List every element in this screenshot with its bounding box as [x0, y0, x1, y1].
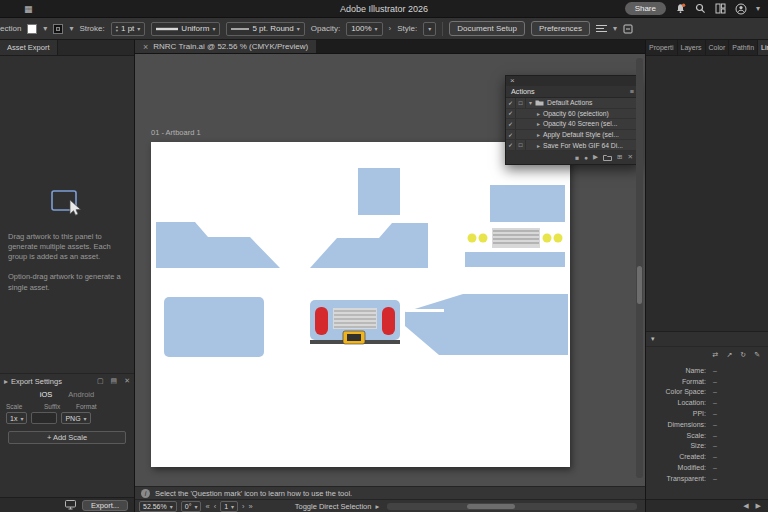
action-label[interactable]: Opacity 40 Screen (sel... — [543, 120, 617, 127]
tab-color[interactable]: Color — [706, 40, 730, 55]
action-set-label[interactable]: Default Actions — [547, 99, 592, 106]
artwork-headlight[interactable] — [468, 234, 477, 243]
links-list[interactable] — [646, 56, 768, 332]
link-info-toggle[interactable]: ▾ — [646, 332, 768, 347]
search-icon[interactable] — [695, 3, 706, 14]
workspace-switcher-icon[interactable] — [715, 3, 726, 14]
begin-recording-icon[interactable]: ● — [584, 154, 588, 161]
vertical-scrollbar[interactable] — [636, 58, 643, 478]
status-tool-label[interactable]: Toggle Direct Selection — [295, 502, 372, 511]
width-profile-select[interactable]: Uniform ▾ — [151, 22, 220, 36]
opacity-select[interactable]: 100% ▾ — [346, 22, 382, 36]
previous-artboard-icon[interactable]: ‹ — [214, 502, 217, 511]
expand-action-chevron-icon[interactable]: ▸ — [534, 131, 543, 138]
new-action-icon[interactable]: ⊞ — [617, 153, 622, 161]
account-chevron-icon[interactable]: ▾ — [756, 4, 760, 13]
notifications-bell-icon[interactable] — [675, 3, 686, 14]
previous-link-icon[interactable]: ◀ — [743, 502, 748, 510]
stroke-weight-input[interactable]: ▴▾ 1 pt ▾ — [111, 22, 146, 36]
brush-definition-select[interactable]: 5 pt. Round ▾ — [226, 22, 304, 36]
action-row[interactable]: ✓ ▸ Opacity 40 Screen (sel... — [506, 119, 639, 130]
artboard-label[interactable]: 01 - Artboard 1 — [151, 128, 201, 137]
last-artboard-icon[interactable]: » — [249, 502, 253, 511]
expand-action-chevron-icon[interactable]: ▸ — [534, 110, 543, 117]
artboard-number-select[interactable]: 1▾ — [220, 501, 238, 512]
action-set-row[interactable]: ✓ □ ▾ Default Actions — [506, 98, 639, 109]
link-info-chevron-icon[interactable]: ▾ — [651, 335, 655, 343]
artwork-marker-light-left[interactable] — [315, 307, 328, 335]
action-label[interactable]: Apply Default Style (sel... — [543, 131, 619, 138]
artwork-roof-panel[interactable] — [164, 297, 264, 357]
stroke-color-swatch[interactable] — [53, 24, 63, 34]
horizontal-scrollbar-thumb[interactable] — [467, 504, 514, 509]
expand-action-chevron-icon[interactable]: ▸ — [534, 120, 543, 127]
zoom-select[interactable]: 52.56%▾ — [139, 501, 177, 512]
actions-panel-title[interactable]: Actions — [511, 87, 535, 96]
align-chevron-icon[interactable]: ▾ — [613, 24, 617, 33]
action-enabled-check-icon[interactable]: ✓ — [506, 119, 516, 129]
next-artboard-icon[interactable]: › — [242, 502, 245, 511]
delete-asset-icon[interactable]: ✕ — [124, 377, 130, 385]
app-home-icon[interactable]: ▦ — [24, 4, 33, 14]
action-dialog-toggle-icon[interactable]: □ — [516, 98, 526, 108]
tab-layers[interactable]: Layers — [678, 40, 706, 55]
artwork[interactable] — [151, 142, 570, 467]
horizontal-scrollbar[interactable] — [387, 503, 637, 510]
share-button[interactable]: Share — [625, 2, 666, 15]
rotation-select[interactable]: 0°▾ — [181, 501, 202, 512]
relink-icon[interactable]: ⇄ — [713, 351, 719, 359]
actions-close-icon[interactable]: × — [510, 77, 515, 85]
asset-export-tab[interactable]: Asset Export — [0, 40, 58, 55]
update-link-icon[interactable]: ↻ — [740, 351, 746, 359]
export-button[interactable]: Export... — [82, 500, 128, 511]
artwork-headlight[interactable] — [543, 234, 552, 243]
action-enabled-check-icon[interactable]: ✓ — [506, 140, 516, 150]
add-scale-button[interactable]: + Add Scale — [8, 431, 126, 444]
expand-set-chevron-icon[interactable]: ▾ — [526, 99, 535, 106]
next-link-icon[interactable]: ▶ — [756, 502, 761, 510]
opacity-panel-chevron-icon[interactable]: › — [389, 24, 392, 33]
actions-panel-menu-icon[interactable]: ≡ — [630, 87, 634, 96]
artwork-headlight[interactable] — [479, 234, 488, 243]
stroke-chevron-icon[interactable]: ▾ — [69, 24, 73, 33]
tab-links[interactable]: Links — [758, 40, 768, 55]
fill-chevron-icon[interactable]: ▾ — [43, 24, 47, 33]
fill-color-swatch[interactable] — [27, 24, 37, 34]
more-options-icon[interactable] — [623, 24, 633, 34]
status-menu-chevron-icon[interactable]: ▸ — [375, 502, 379, 511]
action-enabled-check-icon[interactable]: ✓ — [506, 130, 516, 140]
action-enabled-check-icon[interactable]: ✓ — [506, 98, 516, 108]
grid-view-icon[interactable]: ▢ — [97, 377, 104, 385]
action-enabled-check-icon[interactable]: ✓ — [506, 109, 516, 119]
new-set-folder-icon[interactable] — [603, 154, 612, 161]
stop-playing-icon[interactable]: ■ — [575, 154, 579, 161]
artwork-body-side[interactable] — [405, 294, 568, 355]
platform-ios[interactable]: iOS — [40, 390, 53, 399]
delete-action-icon[interactable]: ✕ — [628, 153, 633, 161]
action-row[interactable]: ✓ □ ▸ Save For Web GIF 64 Di... — [506, 140, 639, 151]
preferences-button[interactable]: Preferences — [531, 21, 590, 36]
artwork-cab-panel[interactable] — [490, 185, 565, 222]
format-select[interactable]: PNG ▾ — [61, 412, 90, 424]
account-icon[interactable] — [735, 3, 747, 15]
artwork-marker-light-right[interactable] — [382, 307, 395, 335]
canvas[interactable]: 01 - Artboard 1 — [135, 54, 645, 486]
document-setup-button[interactable]: Document Setup — [449, 21, 525, 36]
align-options-icon[interactable] — [596, 24, 607, 33]
expand-action-chevron-icon[interactable]: ▸ — [534, 142, 543, 149]
artwork-rect-panel[interactable] — [358, 168, 400, 215]
artwork-strip[interactable] — [465, 252, 565, 267]
export-settings-chevron-icon[interactable]: ▸ — [4, 377, 8, 386]
artwork-nose-front[interactable] — [310, 300, 400, 344]
action-row[interactable]: ✓ ▸ Opacity 60 (selection) — [506, 109, 639, 120]
artwork-hood-left[interactable] — [156, 222, 280, 268]
list-view-icon[interactable]: ▤ — [111, 377, 118, 385]
vertical-scrollbar-thumb[interactable] — [637, 266, 642, 304]
export-for-screens-icon[interactable] — [65, 500, 76, 510]
go-to-link-icon[interactable]: ↗ — [726, 351, 732, 359]
suffix-input[interactable] — [31, 412, 57, 424]
actions-panel[interactable]: × Actions ≡ ✓ □ ▾ Default Actions ✓ — [505, 75, 640, 165]
action-label[interactable]: Opacity 60 (selection) — [543, 110, 609, 117]
action-row[interactable]: ✓ ▸ Apply Default Style (sel... — [506, 130, 639, 141]
document-tab[interactable]: × RNRC Train.ai @ 52.56 % (CMYK/Preview) — [135, 40, 316, 53]
